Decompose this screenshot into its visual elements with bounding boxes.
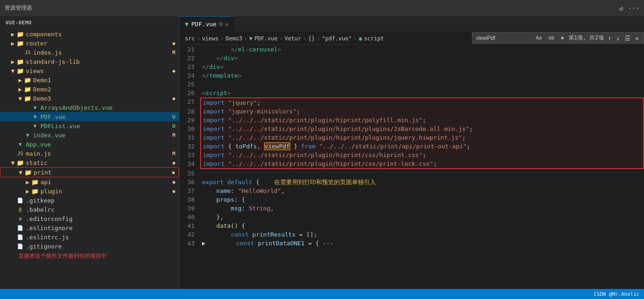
file-icon-gitkeep: 📄 [17, 197, 24, 204]
sidebar-item-index-vue[interactable]: ▼index.vueM [0, 130, 179, 140]
file-icon-babelrc: β [17, 206, 24, 213]
titlebar: 资源管理器 ↺ ··· [0, 0, 644, 16]
status-bar: CSDN @Mr.Aholic [0, 289, 644, 299]
line-content-29: import "../../../static/print/plugin/hip… [200, 116, 644, 124]
badge-dot-router: ● [172, 41, 175, 46]
history-icon[interactable]: ↺ [619, 5, 623, 12]
folder-icon-Demo2: 📁 [24, 85, 31, 93]
search-result-info: 第1项, 共2项 [569, 34, 604, 42]
badge-dot-static: ● [172, 160, 175, 165]
line-number-31: 31 [179, 133, 200, 142]
sidebar-item-standard-js-lib[interactable]: ▶📁standard-js-lib [0, 57, 179, 66]
code-line-37: 37 name: "HelloWorld", [179, 186, 644, 195]
sidebar-item-gitignore[interactable]: 📄.gitignore [0, 242, 179, 251]
line-number-28: 28 [179, 107, 200, 116]
editor-area: ▼ PDF.vue U ✕ src › views › Demo3 › ▼ PD… [179, 16, 644, 289]
breadcrumb-sep1: › [197, 35, 200, 42]
code-line-25: 25 [179, 80, 644, 89]
search-aa-button[interactable]: Aa [534, 34, 544, 42]
line-content-31: import "../../../static/print/plugin/hip… [200, 133, 644, 142]
sidebar-item-editorconfig[interactable]: ⚙.editorconfig [0, 214, 179, 223]
code-line-32: 32import { toPdfs, viewPdf } from "../..… [179, 142, 644, 151]
tree-label-Demo1: Demo1 [33, 77, 179, 84]
badge-PDF-vue: U [172, 114, 175, 120]
line-number-43: 43 [179, 239, 200, 248]
sidebar-annotation-red: 直接将这个插件文件放到你的项目中 [0, 252, 179, 260]
search-overlay: Aa ab ✱ 第1项, 共2项 ↑ ↓ ☰ ✕ [472, 32, 644, 44]
breadcrumb-vetur: Vetur [285, 35, 301, 42]
search-input[interactable] [476, 35, 531, 41]
settings-icon[interactable]: ··· [628, 5, 639, 12]
breadcrumb-row: src › views › Demo3 › ▼ PDF.vue › Vetur … [179, 32, 644, 45]
code-line-33: 33import "../../../static/print/plugin/h… [179, 151, 644, 159]
breadcrumb-brackets: {} [308, 35, 315, 42]
search-prev-button[interactable]: ↑ [607, 34, 612, 42]
line-number-25: 25 [179, 80, 200, 89]
line-content-38: props: { [200, 195, 644, 204]
search-star-button[interactable]: ✱ [559, 34, 566, 42]
sidebar-item-babelrc[interactable]: β.babelrc [0, 205, 179, 214]
line-content-22: </div> [200, 54, 644, 62]
line-number-29: 29 [179, 116, 200, 124]
sidebar-item-plugin[interactable]: ▶📁plugin● [0, 186, 179, 196]
sidebar-item-Demo1[interactable]: ▶📁Demo1 [0, 75, 179, 85]
search-next-button[interactable]: ↓ [615, 34, 621, 42]
code-line-23: 23</div> [179, 62, 644, 71]
tree-label-views: views [26, 68, 172, 74]
sidebar-item-components[interactable]: ▶📁components [0, 29, 179, 39]
line-number-34: 34 [179, 159, 200, 169]
line-content-40: }, [200, 213, 644, 221]
line-content-42: const printResults = []; [200, 230, 644, 239]
code-editor[interactable]: 21 </el-carousel>22 </div>23</div>24</te… [179, 45, 644, 289]
badge-main-js: M [172, 151, 175, 157]
sidebar-item-PDF-vue[interactable]: ▼PDF.vueU [0, 112, 179, 121]
sidebar-item-eslintignore[interactable]: 📄.eslintignore [0, 223, 179, 232]
line-content-21: </el-carousel> [200, 45, 644, 54]
tree-arrow-views: ▼ [9, 67, 17, 74]
sidebar-item-router[interactable]: ▶📁router● [0, 39, 179, 48]
line-number-23: 23 [179, 62, 200, 71]
code-line-21: 21 </el-carousel> [179, 45, 644, 54]
sidebar-item-eslintrc-js[interactable]: 📄.eslintrc.js [0, 232, 179, 242]
badge-dot-Demo3: ● [172, 96, 175, 101]
tree-arrow-plugin: ▶ [24, 187, 31, 195]
breadcrumb-sep4: › [279, 35, 282, 42]
sidebar-item-print[interactable]: ▼📁print● [0, 167, 179, 177]
tree-arrow-Demo3: ▼ [17, 95, 24, 102]
sidebar-item-views[interactable]: ▼📁views● [0, 66, 179, 75]
sidebar-item-main-js[interactable]: JSmain.jsM [0, 149, 179, 158]
code-line-29: 29import "../../../static/print/plugin/h… [179, 116, 644, 124]
tab-bar: ▼ PDF.vue U ✕ [179, 16, 644, 32]
file-icon-index-js: JS [24, 49, 31, 56]
folder-icon-router: 📁 [17, 39, 24, 47]
file-icon-eslintrc-js: 📄 [17, 233, 24, 241]
sidebar-item-gitkeep[interactable]: 📄.gitkeep [0, 196, 179, 205]
sidebar-item-Demo2[interactable]: ▶📁Demo2 [0, 85, 179, 94]
code-line-24: 24</template> [179, 71, 644, 80]
sidebar-item-api[interactable]: ▶📁api● [0, 177, 179, 186]
sidebar-item-static[interactable]: ▼📁static● [0, 158, 179, 167]
badge-index-js: M [172, 50, 175, 56]
breadcrumb-script-icon: ◉ [359, 35, 362, 42]
folder-icon-components: 📁 [17, 30, 24, 38]
tab-close-button[interactable]: ✕ [225, 21, 228, 28]
sidebar-item-index-js[interactable]: JSindex.jsM [0, 48, 179, 57]
tab-label: PDF.vue [191, 21, 217, 28]
line-content-39: msg: String, [200, 204, 644, 213]
tab-vue-icon: ▼ [185, 21, 189, 28]
sidebar-item-PDFList-vue[interactable]: ▼PDFList.vueU [0, 121, 179, 130]
line-content-33: import "../../../static/print/plugin/hip… [200, 151, 644, 159]
breadcrumb-script: script [364, 35, 384, 42]
code-line-43: 43▶ const printDataONE1 = { ··· [179, 239, 644, 248]
tree-label-PDF-vue: PDF.vue [40, 113, 172, 120]
sidebar-item-App-vue[interactable]: ▼App.vue [0, 140, 179, 149]
line-number-21: 21 [179, 45, 200, 54]
sidebar-header: VUE-DEMO [0, 16, 179, 29]
search-menu-button[interactable]: ☰ [624, 34, 632, 42]
sidebar-item-ArraysAndObjects[interactable]: ▼ArraysAndObjects.vue [0, 103, 179, 112]
search-ab-button[interactable]: ab [546, 34, 556, 42]
sidebar-item-Demo3[interactable]: ▼📁Demo3● [0, 94, 179, 103]
search-close-button[interactable]: ✕ [634, 34, 640, 42]
tree-label-plugin: plugin [40, 188, 172, 195]
tab-pdf-vue[interactable]: ▼ PDF.vue U ✕ [179, 16, 234, 32]
